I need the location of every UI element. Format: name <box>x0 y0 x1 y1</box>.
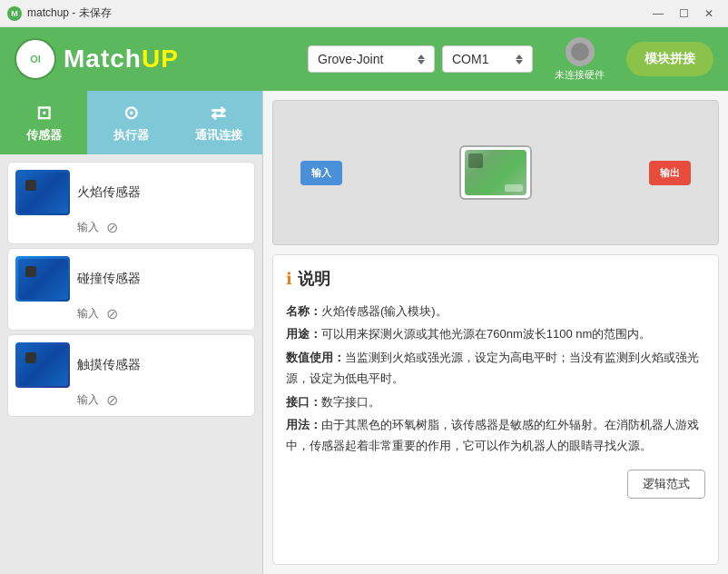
input-node: 输入 <box>300 161 342 185</box>
purpose-value: 可以用来探测火源或其他光源在760nm波长1100 nm的范围内。 <box>321 327 651 341</box>
logic-button[interactable]: 逻辑范式 <box>627 470 705 499</box>
interface-label: 接口： <box>286 395 321 409</box>
info-title: 说明 <box>298 268 330 290</box>
toggle-icon[interactable]: ⊘ <box>106 391 118 409</box>
usage-value: 由于其黑色的环氧树脂，该传感器是敏感的红外辐射。在消防机器人游戏中，传感器起着非… <box>286 418 699 452</box>
output-node: 输出 <box>649 161 691 185</box>
sensor-type: 输入 <box>77 306 99 322</box>
sensor-type: 输入 <box>77 220 99 235</box>
info-icon: ℹ <box>286 269 292 289</box>
connection-status: 未连接硬件 <box>555 37 605 82</box>
toggle-icon[interactable]: ⊘ <box>106 305 118 322</box>
sensor-item-top: 火焰传感器 <box>15 170 247 215</box>
left-panel: ⊡ 传感器 ⊙ 执行器 ⇄ 通讯连接 火焰传感器 <box>0 91 263 574</box>
sensor-image <box>15 342 70 388</box>
sensor-item-bottom: 输入 ⊘ <box>15 391 247 409</box>
window-controls: — ☐ ✕ <box>646 5 721 22</box>
info-interface-row: 接口：数字接口。 <box>286 391 705 412</box>
toggle-icon[interactable]: ⊘ <box>106 219 118 236</box>
name-label: 名称： <box>286 304 321 318</box>
info-purpose-row: 用途：可以用来探测火源或其他光源在760nm波长1100 nm的范围内。 <box>286 323 705 344</box>
arrow-up-icon <box>418 54 425 59</box>
sensor-image <box>15 256 70 302</box>
logo-match: Match <box>64 45 142 73</box>
pcb-graphic <box>18 345 68 386</box>
input-label: 输入 <box>311 166 331 180</box>
actuator-tab-label: 执行器 <box>113 127 149 144</box>
logo-area: OI MatchUP <box>15 38 179 80</box>
com-dropdown[interactable]: COM1 <box>442 45 533 73</box>
info-content: 名称：火焰传感器(输入模块)。 用途：可以用来探测火源或其他光源在760nm波长… <box>286 301 705 457</box>
main-area: ⊡ 传感器 ⊙ 执行器 ⇄ 通讯连接 火焰传感器 <box>0 91 728 574</box>
info-panel: ℹ 说明 名称：火焰传感器(输入模块)。 用途：可以用来探测火源或其他光源在76… <box>272 254 719 565</box>
module-node <box>459 145 532 200</box>
sensor-item-top: 触摸传感器 <box>15 342 247 388</box>
device-arrows <box>418 54 425 64</box>
value-value: 当监测到火焰或强光源，设定为高电平时；当没有监测到火焰或强光源，设定为低电平时。 <box>286 351 699 385</box>
comm-tab-label: 通讯连接 <box>195 127 242 144</box>
minimize-button[interactable]: — <box>646 5 670 22</box>
tab-communication[interactable]: ⇄ 通讯连接 <box>175 91 262 154</box>
comm-tab-icon: ⇄ <box>211 102 226 124</box>
com-value: COM1 <box>452 52 488 66</box>
pcb-graphic <box>18 173 68 213</box>
info-usage-row: 用法：由于其黑色的环氧树脂，该传感器是敏感的红外辐射。在消防机器人游戏中，传感器… <box>286 414 705 457</box>
interface-value: 数字接口。 <box>321 395 380 409</box>
info-name-row: 名称：火焰传感器(输入模块)。 <box>286 301 705 322</box>
window-title: matchup - 未保存 <box>27 5 112 21</box>
list-item[interactable]: 碰撞传感器 输入 ⊘ <box>7 248 255 331</box>
sensor-item-bottom: 输入 ⊘ <box>15 219 247 236</box>
value-label: 数值使用： <box>286 351 345 364</box>
sensor-type: 输入 <box>77 392 99 408</box>
connection-text: 未连接硬件 <box>555 68 605 82</box>
output-label: 输出 <box>660 166 680 180</box>
list-item[interactable]: 触摸传感器 输入 ⊘ <box>7 334 255 417</box>
logo-up: UP <box>142 45 179 73</box>
info-title-area: ℹ 说明 <box>286 268 705 290</box>
sensor-list: 火焰传感器 输入 ⊘ 碰撞传感器 输入 ⊘ <box>0 154 262 574</box>
device-group: Grove-Joint COM1 <box>308 45 533 73</box>
sensor-tab-label: 传感器 <box>26 127 62 144</box>
device-value: Grove-Joint <box>318 52 383 66</box>
usage-label: 用法： <box>286 418 321 431</box>
close-button[interactable]: ✕ <box>697 5 721 22</box>
list-item[interactable]: 火焰传感器 输入 ⊘ <box>7 162 255 244</box>
app-icon: M <box>7 6 22 21</box>
tab-actuator[interactable]: ⊙ 执行器 <box>87 91 174 154</box>
device-dropdown[interactable]: Grove-Joint <box>308 45 435 73</box>
tab-sensor[interactable]: ⊡ 传感器 <box>0 91 87 154</box>
header: OI MatchUP Grove-Joint COM1 未连接硬件 模块拼接 <box>0 27 728 91</box>
sensor-item-bottom: 输入 ⊘ <box>15 305 247 322</box>
module-pcb-graphic <box>465 150 526 195</box>
tabs: ⊡ 传感器 ⊙ 执行器 ⇄ 通讯连接 <box>0 91 262 154</box>
name-value: 火焰传感器(输入模块)。 <box>321 304 448 318</box>
sensor-name: 碰撞传感器 <box>77 271 141 287</box>
connection-icon <box>566 37 595 66</box>
titlebar: M matchup - 未保存 — ☐ ✕ <box>0 0 728 27</box>
com-arrow-up-icon <box>516 54 523 59</box>
info-value-row: 数值使用：当监测到火焰或强光源，设定为高电平时；当没有监测到火焰或强光源，设定为… <box>286 347 705 390</box>
com-arrow-down-icon <box>516 60 523 64</box>
actuator-tab-icon: ⊙ <box>123 102 139 124</box>
right-panel: 输入 输出 ℹ 说明 名称：火焰传感器(输入模块)。 用途：可以用来探测火源或其… <box>263 91 728 574</box>
sensor-name: 触摸传感器 <box>77 357 141 373</box>
canvas-area: 输入 输出 <box>272 100 719 245</box>
pcb-graphic <box>18 259 68 300</box>
logo-text: MatchUP <box>64 45 179 74</box>
logo-icon: OI <box>15 38 56 80</box>
arrow-down-icon <box>418 60 425 64</box>
sensor-image <box>15 170 70 215</box>
maximize-button[interactable]: ☐ <box>672 5 695 22</box>
connect-button[interactable]: 模块拼接 <box>626 42 713 76</box>
com-arrows <box>516 54 523 64</box>
sensor-item-top: 碰撞传感器 <box>15 256 247 302</box>
connection-icon-inner <box>571 43 589 61</box>
sensor-tab-icon: ⊡ <box>36 102 52 124</box>
purpose-label: 用途： <box>286 327 321 341</box>
sensor-name: 火焰传感器 <box>77 184 141 201</box>
